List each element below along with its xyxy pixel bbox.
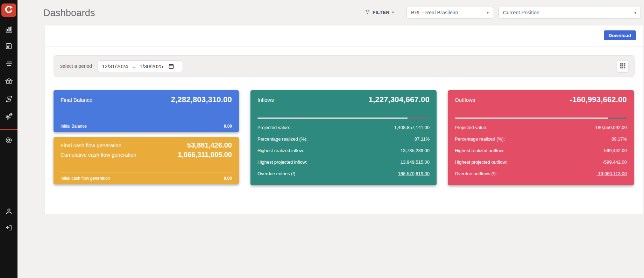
settings-gear-icon — [5, 136, 13, 144]
sidebar-item-dashboards[interactable] — [0, 25, 17, 33]
bank-icon — [5, 77, 13, 85]
metric-label: Percentage realized (%): — [455, 136, 505, 142]
end-date-value[interactable]: 1/30/2025 — [140, 63, 163, 69]
card-footer-value: 0.00 — [224, 176, 232, 181]
metric-row: Percentage realized (%): 87.11% — [257, 133, 430, 145]
cash-flow-card: Final cash flow generation 53,881,426.00… — [54, 137, 239, 184]
card-row: Final cash flow generation 53,881,426.00 — [61, 141, 232, 149]
list-lines-icon — [5, 60, 13, 68]
outflows-card: Outflows -160,993,662.00 Projected value… — [448, 90, 634, 185]
chevron-down-icon: ▾ — [392, 10, 394, 14]
card-footer-label: Initial cash flow generation — [61, 176, 110, 181]
metric-value: 1,408,857,141.00 — [394, 125, 430, 130]
card-title: Inflows — [257, 97, 274, 103]
card-value: 2,282,803,310.00 — [171, 95, 232, 104]
sidebar-item-profile[interactable] — [0, 207, 17, 215]
metric-value: 13,949,515.00 — [401, 159, 430, 165]
row-value: 1,066,311,005.00 — [178, 151, 232, 159]
metric-label: Overdue outflows (!): — [455, 171, 497, 176]
metric-value: -599,442.00 — [603, 148, 627, 153]
metric-row: Projected value: 1,408,857,141.00 — [257, 122, 430, 133]
bar-chart-icon — [5, 25, 13, 33]
sidebar-item-invoices[interactable] — [0, 42, 17, 50]
logout-icon — [5, 224, 13, 231]
card-footer-label: Initial Balance — [61, 124, 87, 129]
row-label: Final cash flow generation — [61, 142, 121, 148]
funnel-icon — [365, 9, 370, 16]
card-row: Cumulative cash flow generation 1,066,31… — [61, 151, 232, 159]
metric-label: Percentage realized (%): — [257, 136, 307, 142]
sidebar-item-flows[interactable] — [0, 95, 17, 103]
filter-label: FILTER — [373, 10, 390, 15]
metric-label: Highest realized inflow: — [257, 148, 304, 153]
download-button[interactable]: Download — [604, 30, 636, 40]
filter-button[interactable]: FILTER ▾ — [365, 8, 394, 16]
refresh-arrow-icon — [4, 5, 13, 15]
card-title: Outflows — [455, 97, 475, 103]
metric-row: Highest realized outflow: -599,442.00 — [455, 145, 627, 156]
grid-icon — [619, 62, 626, 71]
metric-value: 89.17% — [611, 136, 627, 142]
metric-row: Highest projected inflow: 13,949,515.00 — [257, 156, 430, 168]
metric-row: Projected value: -180,550,092.00 — [455, 122, 627, 133]
currency-select-value: BRL - Real Brasileiro — [411, 10, 458, 15]
app-root: Dashboards FILTER ▾ BRL - Real Brasileir… — [0, 0, 644, 278]
currency-select[interactable]: BRL - Real Brasileiro ▾ — [406, 7, 493, 19]
sidebar-divider — [0, 129, 17, 130]
view-select[interactable]: Current Position ▾ — [498, 7, 641, 19]
user-icon — [5, 207, 13, 215]
view-select-value: Current Position — [503, 10, 539, 15]
card-value: 1,227,304,667.00 — [369, 95, 430, 104]
chevron-down-icon: ▾ — [487, 11, 489, 15]
inflows-card: Inflows 1,227,304,667.00 Projected value… — [250, 90, 437, 185]
metric-row: Highest realized inflow: 13,735,239.00 — [257, 145, 430, 156]
metric-value: -180,550,092.00 — [594, 125, 627, 130]
period-filter-bar: select a period 12/31/2024 → 1/30/2025 — [54, 55, 635, 77]
metric-label: Highest realized outflow: — [455, 148, 504, 153]
period-label: select a period — [60, 63, 92, 69]
sidebar-item-logout[interactable] — [0, 223, 17, 232]
metric-value: -599,442.00 — [603, 159, 627, 165]
content-panel: Download select a period 12/31/2024 → 1/… — [45, 26, 643, 214]
app-logo[interactable] — [1, 3, 16, 17]
services-cogs-icon — [5, 112, 13, 121]
sidebar-item-services[interactable] — [0, 112, 17, 121]
sidebar — [0, 0, 17, 278]
metric-label: Overdue entries (!): — [257, 171, 297, 176]
card-title: Final Balance — [61, 97, 92, 103]
flow-route-icon — [5, 95, 13, 103]
sidebar-item-settings[interactable] — [0, 136, 17, 144]
card-value: -160,993,662.00 — [570, 95, 627, 104]
row-label: Cumulative cash flow generation — [61, 152, 136, 158]
calendar-icon[interactable] — [168, 63, 174, 69]
sidebar-item-banks[interactable] — [0, 77, 17, 85]
date-range-input[interactable]: 12/31/2024 → 1/30/2025 — [98, 60, 183, 72]
card-footer-value: 0.00 — [224, 124, 232, 129]
metric-value: 13,735,239.00 — [401, 148, 430, 153]
metric-label: Projected value: — [455, 125, 487, 130]
metric-value: 87.11% — [415, 136, 430, 142]
overdue-entries-link[interactable]: 166,570,619.00 — [398, 171, 430, 176]
final-balance-card: Final Balance 2,282,803,310.00 Initial B… — [54, 90, 239, 132]
metric-row: Overdue outflows (!): -19,060,113.00 — [455, 168, 627, 179]
overdue-outflows-link[interactable]: -19,060,113.00 — [597, 171, 627, 176]
metric-row: Percentage realized (%): 89.17% — [455, 133, 627, 145]
grid-view-button[interactable] — [617, 60, 629, 72]
metric-row: Overdue entries (!): 166,570,619.00 — [257, 168, 430, 179]
chevron-down-icon: ▾ — [634, 11, 636, 15]
sidebar-item-entries[interactable] — [0, 59, 17, 68]
metric-row: Highest projected outflow: -599,442.00 — [455, 156, 627, 168]
row-value: 53,881,426.00 — [187, 141, 232, 149]
invoice-document-icon — [5, 42, 13, 50]
metric-label: Highest projected inflow: — [257, 159, 307, 165]
page-title: Dashboards — [43, 8, 95, 19]
metric-label: Highest projected outflow: — [455, 159, 507, 165]
arrow-right-icon: → — [131, 63, 136, 69]
panel-toolbar: Download — [45, 26, 643, 47]
metric-label: Projected value: — [257, 125, 290, 130]
start-date-value[interactable]: 12/31/2024 — [102, 63, 128, 69]
